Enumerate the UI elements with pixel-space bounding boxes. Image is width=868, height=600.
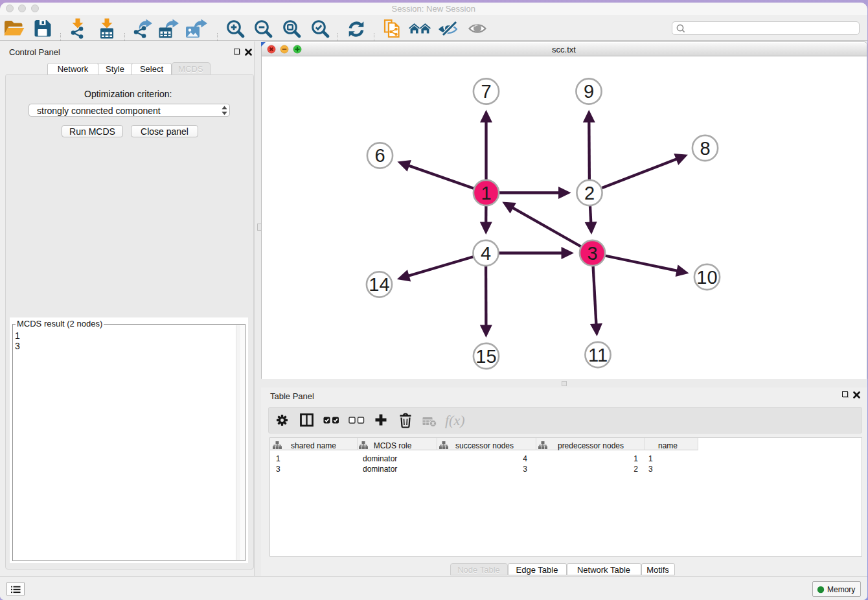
svg-text:9: 9 [584,81,594,102]
svg-text:3: 3 [587,243,597,264]
svg-text:8: 8 [700,138,710,159]
svg-text:1: 1 [481,183,491,203]
svg-text:11: 11 [588,345,608,365]
svg-text:15: 15 [475,346,496,367]
svg-text:10: 10 [696,267,717,288]
svg-text:7: 7 [481,81,491,102]
svg-text:14: 14 [369,274,389,295]
svg-text:6: 6 [374,145,385,166]
svg-text:2: 2 [584,183,595,203]
svg-text:4: 4 [481,243,491,264]
